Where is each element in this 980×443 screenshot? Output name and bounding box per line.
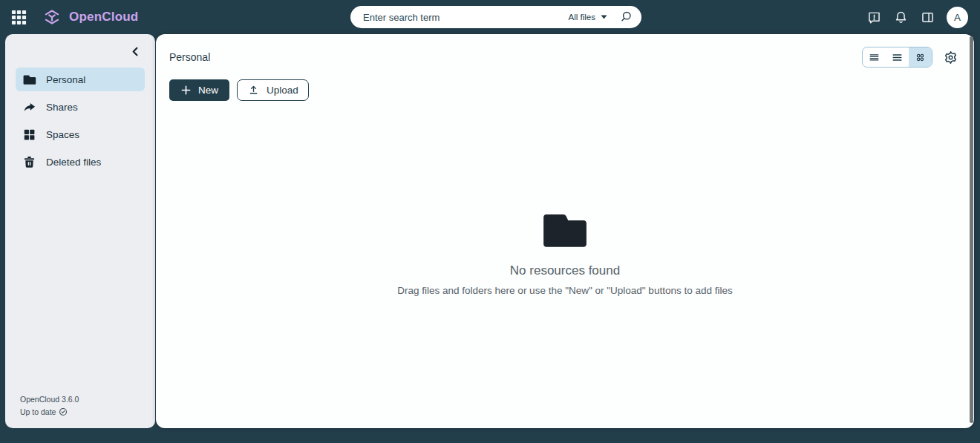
grid-icon <box>22 128 36 142</box>
feedback-button[interactable] <box>866 10 882 25</box>
sidebar-item-deleted-files[interactable]: Deleted files <box>16 150 145 174</box>
caret-down-icon <box>601 15 607 19</box>
view-list-button[interactable] <box>886 47 909 67</box>
plus-icon <box>180 85 192 96</box>
app-grid-icon <box>10 9 27 26</box>
search-button[interactable] <box>618 10 633 24</box>
empty-state-subtitle: Drag files and folders here or use the "… <box>397 285 732 296</box>
empty-folder-icon <box>540 210 589 252</box>
search-scope-dropdown[interactable]: All files <box>564 12 612 22</box>
notifications-button[interactable] <box>893 10 909 25</box>
sidebar-item-personal[interactable]: Personal <box>16 68 145 91</box>
right-panel-toggle-button[interactable] <box>920 10 935 25</box>
new-button-label: New <box>198 85 218 96</box>
share-icon <box>22 100 36 114</box>
app-grid-button[interactable] <box>10 9 27 26</box>
view-tiles-button[interactable] <box>909 47 932 67</box>
upload-button[interactable]: Upload <box>237 79 309 101</box>
avatar[interactable]: A <box>947 7 968 28</box>
sidebar-item-label: Spaces <box>46 129 79 140</box>
sidebar-item-label: Deleted files <box>46 157 101 168</box>
version-text: OpenCloud 3.6.0 <box>20 393 148 405</box>
upload-icon <box>247 84 260 96</box>
bell-icon <box>893 10 909 25</box>
search-scope-label: All files <box>569 13 595 22</box>
search-bar: All files <box>350 6 641 28</box>
main-scrollbar[interactable] <box>970 36 973 423</box>
page-title: Personal <box>169 51 210 63</box>
sidebar-nav: Personal Shares Spaces <box>5 63 155 177</box>
sidebar-item-shares[interactable]: Shares <box>16 95 145 119</box>
right-panel-icon <box>920 10 935 25</box>
brand-name: OpenCloud <box>69 10 138 24</box>
sidebar: Personal Shares Spaces <box>5 34 155 428</box>
empty-state-title: No resources found <box>510 263 620 278</box>
main-panel: Personal <box>156 34 974 428</box>
opencloud-logo-icon <box>42 7 62 27</box>
search-icon <box>618 10 633 24</box>
content-shell: Personal Shares Spaces <box>0 34 980 436</box>
topbar: OpenCloud All files <box>0 0 980 34</box>
new-button[interactable]: New <box>169 79 229 101</box>
trash-icon <box>22 155 36 169</box>
brand-logo[interactable]: OpenCloud <box>42 7 138 27</box>
avatar-initial: A <box>954 12 961 23</box>
view-switcher <box>862 47 932 68</box>
gear-icon <box>943 50 958 65</box>
update-status: Up to date <box>20 406 56 418</box>
sidebar-item-spaces[interactable]: Spaces <box>16 122 145 146</box>
chevron-left-icon <box>130 46 141 57</box>
sidebar-item-label: Shares <box>46 102 78 113</box>
check-circle-icon <box>59 407 68 416</box>
sidebar-item-label: Personal <box>46 74 85 85</box>
settings-button[interactable] <box>943 50 958 65</box>
view-condensed-button[interactable] <box>863 47 886 67</box>
condensed-list-icon <box>868 51 881 64</box>
folder-icon <box>22 73 36 87</box>
sidebar-footer: OpenCloud 3.6.0 Up to date <box>5 393 155 428</box>
list-icon <box>891 51 904 64</box>
upload-button-label: Upload <box>267 85 298 96</box>
search-input[interactable] <box>362 11 558 24</box>
tiles-icon <box>914 51 927 64</box>
feedback-icon <box>866 10 882 25</box>
collapse-sidebar-button[interactable] <box>128 45 143 59</box>
